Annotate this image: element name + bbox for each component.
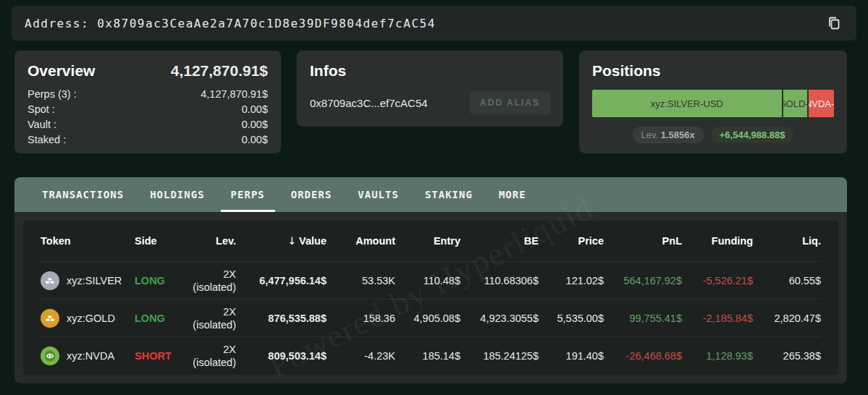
tab-perps[interactable]: PERPS [218, 177, 278, 212]
infos-card: Infos 0x8709ac3C...ef7cAC54 ADD ALIAS [297, 51, 563, 127]
overview-card: Overview 4,127,870.91$ Perps (3) :4,127,… [14, 51, 281, 153]
funding-cell: 1,128.93$ [682, 350, 753, 362]
tab-bar: TRANSACTIONS HOLDINGS PERPS ORDERS VAULT… [14, 177, 847, 212]
funding-cell: -5,526.21$ [682, 275, 753, 286]
funding-cell: -2,185.84$ [682, 313, 753, 324]
leverage-amount: 2X [178, 268, 236, 281]
positions-title: Positions [592, 62, 834, 80]
liq-cell: 60.55$ [753, 275, 821, 286]
side-value: LONG [135, 275, 178, 286]
value-cell: 809,503.14$ [236, 350, 326, 362]
col-amount: Amount [326, 235, 395, 247]
tab-vaults[interactable]: VAULTS [345, 177, 412, 212]
leverage-cell: 2X(isolated) [178, 305, 236, 331]
margin-mode: (isolated) [178, 281, 236, 294]
positions-card: Positions xyz:SILVER-USD xyz:GOLD-USD xy… [579, 51, 847, 153]
entry-cell: 4,905.08$ [395, 313, 460, 324]
pnl-cell: 564,167.92$ [604, 275, 682, 286]
price-cell: 5,535.00$ [539, 313, 604, 324]
token-name: xyz:NVDA [67, 350, 114, 362]
overview-staked-label: Staked : [28, 132, 66, 148]
page: Address: 0x8709ac3CeaAe2a7A70c1D8e39DF98… [0, 0, 868, 395]
tab-transactions[interactable]: TRANSACTIONS [29, 177, 137, 212]
position-segment-gold[interactable]: xyz:GOLD-USD [783, 90, 809, 117]
tab-more[interactable]: MORE [486, 177, 539, 212]
address-text: Address: 0x8709ac3CeaAe2a7A70c1D8e39DF98… [25, 17, 436, 30]
col-side: Side [135, 235, 178, 247]
col-be: BE [460, 235, 539, 247]
position-segment-silver[interactable]: xyz:SILVER-USD [592, 90, 783, 117]
side-value: SHORT [135, 350, 178, 362]
positions-bar: xyz:SILVER-USD xyz:GOLD-USD xyz:NVDA-USD [592, 90, 834, 117]
liq-cell: 265.38$ [753, 350, 821, 362]
nvda-token-icon [41, 347, 59, 365]
leverage-value: 1.5856x [661, 129, 695, 140]
entry-cell: 185.14$ [395, 350, 460, 362]
side-value: LONG [135, 313, 178, 324]
overview-vault-label: Vault : [28, 117, 56, 132]
be-cell: 4,923.3055$ [460, 313, 539, 324]
liq-cell: 2,820.47$ [753, 313, 821, 324]
tab-holdings[interactable]: HOLDINGS [137, 177, 217, 212]
tab-orders[interactable]: ORDERS [278, 177, 345, 212]
leverage-amount: 2X [178, 343, 236, 356]
amount-cell: 53.53K [326, 275, 395, 286]
value-cell: 876,535.88$ [236, 313, 326, 324]
price-cell: 191.40$ [539, 350, 604, 362]
position-segment-label: xyz:GOLD-USD [783, 98, 809, 109]
position-segment-nvda[interactable]: xyz:NVDA-USD [809, 90, 834, 117]
leverage-label: Lev. [641, 129, 659, 140]
add-alias-button[interactable]: ADD ALIAS [470, 91, 550, 114]
leverage-pill: Lev. 1.5856x [633, 127, 704, 143]
margin-mode: (isolated) [178, 318, 236, 331]
col-pnl: PnL [604, 235, 682, 247]
sort-desc-icon: ↓ [287, 235, 296, 247]
col-value[interactable]: ↓Value [236, 235, 326, 247]
table-row[interactable]: xyz:GOLD LONG 2X(isolated) 876,535.88$ 1… [41, 299, 821, 336]
leverage-amount: 2X [178, 305, 236, 318]
position-segment-label: xyz:SILVER-USD [651, 98, 723, 109]
pnl-cell: 99,755.41$ [604, 313, 682, 324]
address-value: 0x8709ac3CeaAe2a7A70c1D8e39DF9804def7cAC… [97, 17, 436, 30]
gold-token-icon [41, 309, 59, 328]
infos-address-short: 0x8709ac3C...ef7cAC54 [310, 97, 428, 109]
price-cell: 121.02$ [539, 275, 604, 286]
infos-title: Infos [310, 62, 550, 80]
tab-staking[interactable]: STAKING [412, 177, 486, 212]
entry-cell: 110.48$ [395, 275, 460, 286]
overview-spot-label: Spot : [28, 102, 55, 117]
value-cell: 6,477,956.14$ [236, 275, 326, 286]
col-liq: Liq. [753, 235, 821, 247]
table-row[interactable]: xyz:NVDA SHORT 2X(isolated) 809,503.14$ … [41, 336, 821, 374]
overview-total-value: 4,127,870.91$ [171, 62, 268, 80]
col-entry: Entry [395, 235, 460, 247]
col-token: Token [41, 235, 135, 247]
copy-icon [826, 15, 842, 31]
table-header-row: Token Side Lev. ↓Value Amount Entry BE P… [41, 221, 821, 261]
leverage-cell: 2X(isolated) [178, 343, 236, 369]
silver-token-icon [41, 271, 59, 290]
col-lev: Lev. [178, 234, 236, 247]
col-value-label: Value [299, 235, 326, 247]
col-price: Price [539, 235, 604, 247]
amount-cell: 158.36 [326, 313, 395, 324]
perps-table: Token Side Lev. ↓Value Amount Entry BE P… [23, 221, 838, 375]
col-funding: Funding [682, 235, 753, 247]
unrealized-pnl-pill: +6,544,988.88$ [711, 127, 794, 143]
be-cell: 185.24125$ [460, 350, 539, 362]
overview-vault-value: 0.00$ [242, 117, 268, 132]
copy-address-button[interactable] [822, 11, 846, 35]
main-panel: TRANSACTIONS HOLDINGS PERPS ORDERS VAULT… [14, 177, 847, 383]
table-row[interactable]: xyz:SILVER LONG 2X(isolated) 6,477,956.1… [41, 261, 821, 299]
leverage-cell: 2X(isolated) [178, 268, 236, 294]
overview-title: Overview [28, 62, 95, 80]
pnl-cell: -26,468.68$ [604, 350, 682, 362]
address-label: Address: [25, 17, 89, 30]
token-name: xyz:GOLD [67, 313, 115, 324]
be-cell: 110.68306$ [460, 275, 539, 286]
overview-perps-value: 4,127,870.91$ [201, 87, 268, 102]
address-bar: Address: 0x8709ac3CeaAe2a7A70c1D8e39DF98… [12, 6, 856, 41]
overview-perps-label: Perps (3) : [28, 87, 77, 102]
amount-cell: -4.23K [326, 350, 395, 362]
overview-spot-value: 0.00$ [242, 102, 268, 117]
